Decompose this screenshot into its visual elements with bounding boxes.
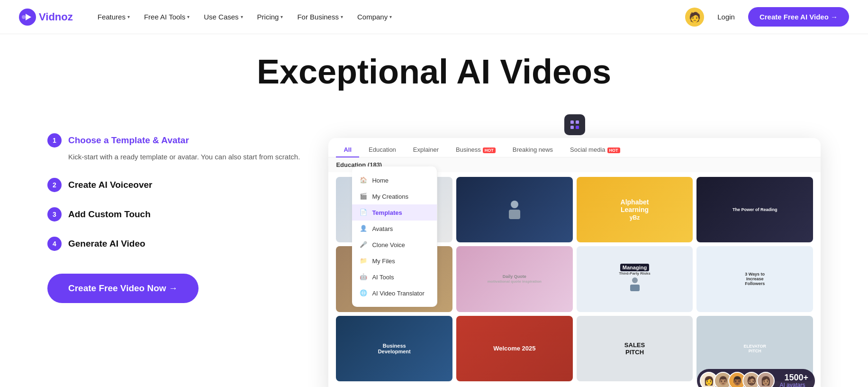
hot-badge-2: HOT [607, 147, 620, 153]
svg-point-2 [22, 15, 26, 19]
step-3-number: 3 [47, 207, 62, 221]
svg-rect-14 [630, 285, 640, 291]
avatar-count: 1500+ [784, 373, 808, 382]
menu-clone-voice[interactable]: 🎤 Clone Voice [352, 237, 437, 253]
video-thumb-11[interactable]: SALESPITCH [577, 316, 693, 381]
avatar-count-block: 1500+ AI avatars [779, 373, 808, 387]
step-2: 2 Create AI Voiceover [47, 178, 300, 192]
svg-rect-3 [570, 120, 574, 124]
step-4-title: Generate AI Video [68, 239, 145, 249]
step-2-title: Create AI Voiceover [68, 180, 152, 190]
nav-for-business[interactable]: For Business ▾ [291, 9, 349, 25]
ai-tools-icon: 🤖 [360, 273, 367, 281]
navbar: Vidnoz Features ▾ Free AI Tools ▾ Use Ca… [0, 0, 868, 34]
app-icon [564, 114, 585, 135]
svg-rect-6 [576, 126, 579, 129]
nav-right: 🧑 Login Create Free AI Video → [685, 7, 849, 27]
hot-badge: HOT [483, 147, 496, 153]
svg-rect-5 [570, 126, 574, 129]
avatars-icon: 👤 [360, 225, 367, 232]
left-panel: 1 Choose a Template & Avatar Kick-start … [47, 114, 300, 303]
tab-explainer[interactable]: Explainer [406, 143, 446, 157]
right-panel: All Education Explainer BusinessHOT Brea… [328, 114, 821, 387]
step-2-number: 2 [47, 178, 62, 192]
create-free-video-button[interactable]: Create Free Video Now → [47, 274, 199, 303]
tab-business[interactable]: BusinessHOT [448, 143, 503, 157]
avatar-label: AI avatars [779, 382, 808, 387]
chevron-down-icon: ▾ [187, 14, 190, 19]
video-thumb-9[interactable]: BusinessDevelopment [336, 316, 452, 381]
step-3-title: Add Custom Touch [68, 209, 151, 220]
menu-templates[interactable]: 📄 Templates [352, 204, 437, 221]
step-1-header: 1 Choose a Template & Avatar [47, 133, 300, 147]
content-area: 1 Choose a Template & Avatar Kick-start … [0, 100, 868, 387]
logo-text: Vidnoz [39, 11, 73, 23]
step-4-number: 4 [47, 237, 62, 251]
menu-home[interactable]: 🏠 Home [352, 172, 437, 188]
create-free-ai-video-button[interactable]: Create Free AI Video → [748, 7, 849, 27]
mockup-container: All Education Explainer BusinessHOT Brea… [328, 138, 821, 387]
hero-section: Exceptional AI Videos [0, 34, 868, 100]
creations-icon: 🎬 [360, 193, 367, 200]
chevron-down-icon: ▾ [280, 14, 283, 19]
nav-links: Features ▾ Free AI Tools ▾ Use Cases ▾ P… [92, 9, 686, 25]
video-thumb-2[interactable] [456, 177, 573, 242]
menu-ai-tools[interactable]: 🤖 AI Tools [352, 269, 437, 285]
nav-features[interactable]: Features ▾ [92, 9, 136, 25]
video-thumb-3[interactable]: AlphabetLearning yBz [577, 177, 693, 242]
tab-breaking-news[interactable]: Breaking news [505, 143, 561, 157]
nav-use-cases[interactable]: Use Cases ▾ [198, 9, 248, 25]
step-1: 1 Choose a Template & Avatar Kick-start … [47, 133, 300, 163]
video-thumb-6[interactable]: Daily Quotemotivational quote inspiratio… [456, 246, 573, 312]
translator-icon: 🌐 [360, 289, 367, 297]
nav-company[interactable]: Company ▾ [352, 9, 398, 25]
login-button[interactable]: Login [712, 9, 741, 25]
menu-my-files[interactable]: 📁 My Files [352, 253, 437, 269]
step-1-desc: Kick-start with a ready template or avat… [68, 151, 300, 163]
menu-ai-video-translator[interactable]: 🌐 AI Video Translator [352, 285, 437, 301]
step-3-header: 3 Add Custom Touch [47, 207, 300, 221]
step-2-header: 2 Create AI Voiceover [47, 178, 300, 192]
templates-icon: 📄 [360, 209, 367, 216]
home-icon: 🏠 [360, 176, 367, 184]
avatar-bar: 👩 👨🏽 👨🏾 🧔🏽 👩🏽 1500+ AI avatars [697, 369, 815, 387]
clone-voice-icon: 🎤 [360, 241, 367, 249]
nav-free-ai-tools[interactable]: Free AI Tools ▾ [138, 9, 195, 25]
tab-all[interactable]: All [336, 143, 359, 157]
step-1-number: 1 [47, 133, 62, 147]
menu-my-creations[interactable]: 🎬 My Creations [352, 188, 437, 204]
step-3: 3 Add Custom Touch [47, 207, 300, 221]
avatar-face-5: 👩🏽 [757, 372, 775, 387]
chevron-down-icon: ▾ [241, 14, 243, 19]
user-avatar-icon[interactable]: 🧑 [685, 8, 704, 27]
svg-point-13 [632, 277, 638, 283]
hero-title: Exceptional AI Videos [0, 53, 868, 91]
svg-point-9 [511, 201, 518, 208]
step-4-header: 4 Generate AI Video [47, 237, 300, 251]
chevron-down-icon: ▾ [127, 14, 130, 19]
svg-rect-4 [576, 120, 579, 124]
sidebar-menu: 🏠 Home 🎬 My Creations 📄 Templates 👤 Avat… [352, 166, 437, 307]
menu-avatars[interactable]: 👤 Avatars [352, 221, 437, 237]
step-1-title: Choose a Template & Avatar [68, 135, 189, 146]
video-thumb-7[interactable]: Managing Third-Party Risks [577, 246, 693, 312]
chevron-down-icon: ▾ [341, 14, 343, 19]
step-4: 4 Generate AI Video [47, 237, 300, 251]
files-icon: 📁 [360, 257, 367, 265]
svg-rect-10 [509, 210, 520, 219]
video-thumb-8[interactable]: 3 Ways toIncreaseFollowers [696, 246, 813, 312]
tab-education[interactable]: Education [361, 143, 404, 157]
chevron-down-icon: ▾ [389, 14, 392, 19]
tabs-bar: All Education Explainer BusinessHOT Brea… [328, 138, 821, 157]
video-thumb-10[interactable]: Welcome 2025 [456, 316, 573, 381]
nav-pricing[interactable]: Pricing ▾ [252, 9, 289, 25]
logo[interactable]: Vidnoz [19, 9, 73, 26]
tab-social-media[interactable]: Social mediaHOT [562, 143, 627, 157]
video-thumb-4[interactable]: The Power of Reading [696, 177, 813, 242]
